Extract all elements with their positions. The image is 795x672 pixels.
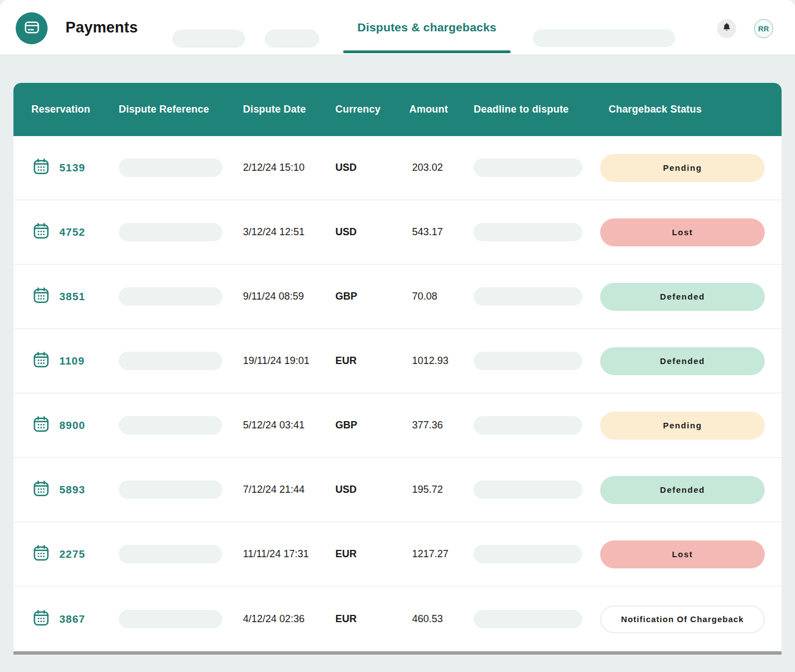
deadline-cell: [474, 223, 600, 241]
reservation-number[interactable]: 4752: [59, 226, 85, 239]
reservation-number[interactable]: 5893: [59, 484, 85, 496]
avatar[interactable]: RR: [754, 19, 773, 38]
notifications-button[interactable]: [717, 19, 736, 38]
status-badge: Defended: [600, 347, 765, 375]
dispute-reference-placeholder: [119, 416, 222, 435]
dispute-reference-cell: [119, 416, 243, 435]
top-bar: Payments Disputes & chargebacks RR: [0, 0, 795, 54]
deadline-cell: [474, 158, 600, 177]
status-badge: Defended: [600, 476, 765, 504]
column-header-chargeback-status: Chargeback Status: [600, 104, 765, 115]
calendar-icon: [31, 286, 51, 307]
deadline-cell: [474, 287, 600, 306]
table-row[interactable]: 3851 9/11/24 08:59 GBP 70.08 Defended: [13, 265, 782, 329]
dispute-reference-placeholder: [119, 610, 222, 628]
column-header-amount: Amount: [409, 104, 474, 115]
page-title: Payments: [66, 19, 138, 36]
status-badge: Lost: [600, 540, 765, 568]
column-header-reservation: Reservation: [31, 104, 119, 115]
nav-item-placeholder-3[interactable]: [533, 29, 675, 47]
reservation-cell[interactable]: 3867: [31, 608, 119, 630]
table-row[interactable]: 5893 7/12/24 21:44 USD 195.72 Defended: [13, 458, 782, 522]
app-logo: [16, 12, 48, 44]
table-row[interactable]: 1109 19/11/24 19:01 EUR 1012.93 Defended: [13, 329, 782, 394]
reservation-number[interactable]: 8900: [59, 419, 85, 432]
dispute-reference-cell: [119, 223, 243, 241]
currency-cell: USD: [335, 162, 409, 174]
table-row[interactable]: 5139 2/12/24 15:10 USD 203.02 Pending: [13, 136, 782, 200]
dispute-reference-cell: [119, 287, 243, 306]
dispute-reference-placeholder: [119, 158, 222, 177]
amount-cell: 195.72: [409, 484, 474, 496]
nav-item-placeholder-2[interactable]: [265, 30, 319, 48]
reservation-number[interactable]: 5139: [59, 162, 85, 174]
column-header-dispute-date: Dispute Date: [243, 104, 335, 115]
bell-icon: [721, 22, 732, 35]
dispute-reference-placeholder: [119, 352, 222, 370]
currency-cell: GBP: [335, 419, 409, 431]
tab-disputes-chargebacks[interactable]: Disputes & chargebacks: [343, 0, 511, 54]
table-body: 5139 2/12/24 15:10 USD 203.02 Pending: [13, 136, 782, 651]
dispute-reference-placeholder: [119, 545, 222, 563]
deadline-placeholder: [474, 287, 582, 306]
calendar-icon: [31, 350, 51, 372]
calendar-icon: [31, 479, 51, 501]
reservation-cell[interactable]: 4752: [31, 221, 119, 243]
reservation-number[interactable]: 3851: [59, 291, 85, 303]
status-badge: Lost: [600, 218, 765, 246]
deadline-placeholder: [474, 480, 582, 499]
calendar-icon: [31, 543, 51, 565]
table-row[interactable]: 4752 3/12/24 12:51 USD 543.17 Lost: [13, 200, 782, 265]
reservation-cell[interactable]: 5139: [31, 157, 119, 179]
calendar-icon: [31, 157, 51, 179]
status-badge: Defended: [600, 283, 765, 311]
dispute-date-cell: 2/12/24 15:10: [243, 162, 335, 174]
dispute-reference-cell: [119, 352, 243, 370]
deadline-placeholder: [474, 545, 582, 563]
reservation-cell[interactable]: 1109: [31, 350, 119, 372]
dispute-date-cell: 5/12/24 03:41: [243, 419, 335, 431]
table-row[interactable]: 2275 11/11/24 17:31 EUR 1217.27 Lost: [13, 522, 782, 587]
currency-cell: USD: [335, 226, 409, 238]
deadline-cell: [474, 545, 600, 563]
column-header-currency: Currency: [335, 104, 409, 115]
table-header-row: Reservation Dispute Reference Dispute Da…: [13, 83, 782, 136]
calendar-icon: [31, 221, 51, 243]
amount-cell: 1012.93: [409, 355, 474, 367]
reservation-cell[interactable]: 5893: [31, 479, 119, 501]
amount-cell: 460.53: [409, 613, 474, 625]
deadline-cell: [474, 480, 600, 499]
amount-cell: 70.08: [409, 291, 474, 302]
reservation-cell[interactable]: 2275: [31, 543, 119, 565]
disputes-table: Reservation Dispute Reference Dispute Da…: [13, 83, 782, 655]
nav-item-placeholder-1[interactable]: [172, 30, 245, 48]
currency-cell: EUR: [335, 548, 409, 560]
dispute-date-cell: 4/12/24 02:36: [243, 613, 335, 625]
currency-cell: GBP: [335, 291, 409, 302]
deadline-placeholder: [474, 610, 582, 628]
currency-cell: EUR: [335, 355, 409, 367]
reservation-number[interactable]: 1109: [59, 355, 85, 367]
deadline-placeholder: [474, 416, 582, 435]
reservation-number[interactable]: 3867: [59, 613, 85, 626]
reservation-number[interactable]: 2275: [59, 548, 85, 561]
table-row[interactable]: 3867 4/12/24 02:36 EUR 460.53 Notificati…: [13, 587, 782, 651]
deadline-cell: [474, 352, 600, 370]
reservation-cell[interactable]: 3851: [31, 286, 119, 307]
calendar-icon: [31, 414, 51, 436]
column-header-dispute-reference: Dispute Reference: [119, 104, 243, 115]
status-badge: Notification Of Chargeback: [600, 605, 765, 633]
deadline-cell: [474, 416, 600, 435]
dispute-reference-placeholder: [119, 480, 222, 499]
amount-cell: 543.17: [409, 226, 474, 238]
horizontal-scrollbar[interactable]: [13, 651, 782, 655]
deadline-cell: [474, 610, 600, 628]
calendar-icon: [31, 608, 51, 630]
dispute-date-cell: 9/11/24 08:59: [243, 291, 335, 302]
table-row[interactable]: 8900 5/12/24 03:41 GBP 377.36 Pending: [13, 394, 782, 458]
dispute-date-cell: 19/11/24 19:01: [243, 355, 335, 367]
column-header-deadline: Deadline to dispute: [474, 104, 600, 115]
dispute-date-cell: 11/11/24 17:31: [243, 548, 335, 560]
reservation-cell[interactable]: 8900: [31, 414, 119, 436]
amount-cell: 1217.27: [409, 548, 474, 560]
